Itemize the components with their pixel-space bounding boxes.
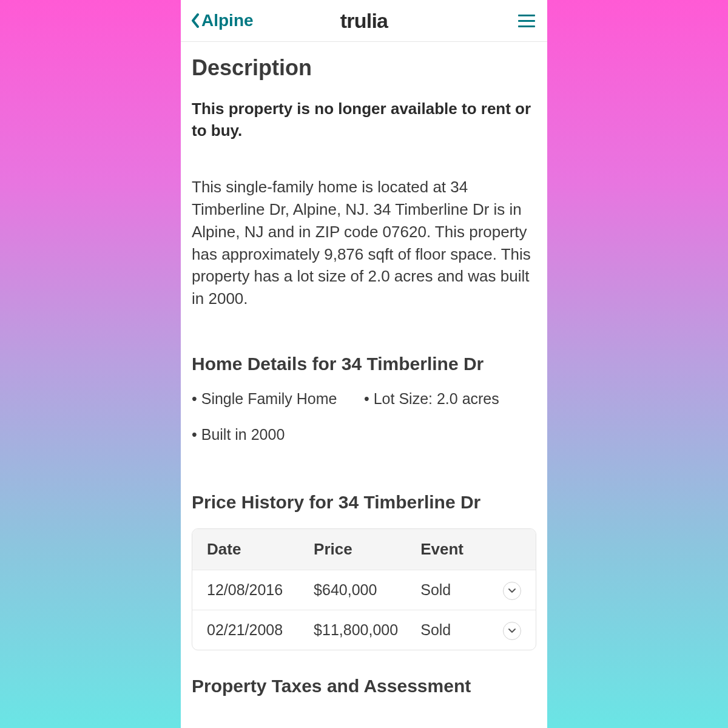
description-heading: Description — [192, 55, 536, 81]
chevron-down-icon — [508, 588, 516, 594]
app-screen: Alpine trulia Description This property … — [181, 0, 547, 728]
price-history-table: Date Price Event 12/08/2016 $640,000 Sol… — [192, 528, 536, 650]
cell-date: 02/21/2008 — [207, 621, 314, 639]
chevron-down-icon — [508, 628, 516, 634]
cell-price: $640,000 — [314, 581, 420, 599]
detail-item: • Built in 2000 — [192, 426, 285, 443]
availability-notice: This property is no longer available to … — [192, 98, 536, 142]
back-button[interactable]: Alpine — [190, 11, 254, 30]
expand-row-button[interactable] — [503, 582, 521, 600]
description-body: This single-family home is located at 34… — [192, 176, 536, 310]
detail-item: • Single Family Home — [192, 390, 337, 407]
column-header-price: Price — [314, 540, 420, 559]
back-label: Alpine — [201, 11, 254, 30]
cell-event: Sold — [420, 581, 490, 599]
detail-item: • Lot Size: 2.0 acres — [364, 390, 499, 407]
cell-price: $11,800,000 — [314, 621, 420, 639]
hamburger-menu-icon[interactable] — [518, 15, 535, 27]
price-history-heading: Price History for 34 Timberline Dr — [192, 492, 536, 513]
expand-row-button[interactable] — [503, 622, 521, 640]
brand-logo[interactable]: trulia — [340, 9, 388, 33]
home-details-list: • Single Family Home • Lot Size: 2.0 acr… — [192, 390, 536, 462]
cell-date: 12/08/2016 — [207, 581, 314, 599]
column-header-event: Event — [420, 540, 490, 559]
column-header-date: Date — [207, 540, 314, 559]
table-header-row: Date Price Event — [192, 529, 536, 570]
main-content: Description This property is no longer a… — [181, 42, 547, 696]
home-details-heading: Home Details for 34 Timberline Dr — [192, 354, 536, 374]
table-row: 02/21/2008 $11,800,000 Sold — [192, 610, 536, 650]
taxes-heading: Property Taxes and Assessment — [192, 676, 536, 696]
table-row: 12/08/2016 $640,000 Sold — [192, 570, 536, 610]
cell-event: Sold — [420, 621, 490, 639]
app-header: Alpine trulia — [181, 0, 547, 42]
chevron-left-icon — [190, 13, 200, 28]
